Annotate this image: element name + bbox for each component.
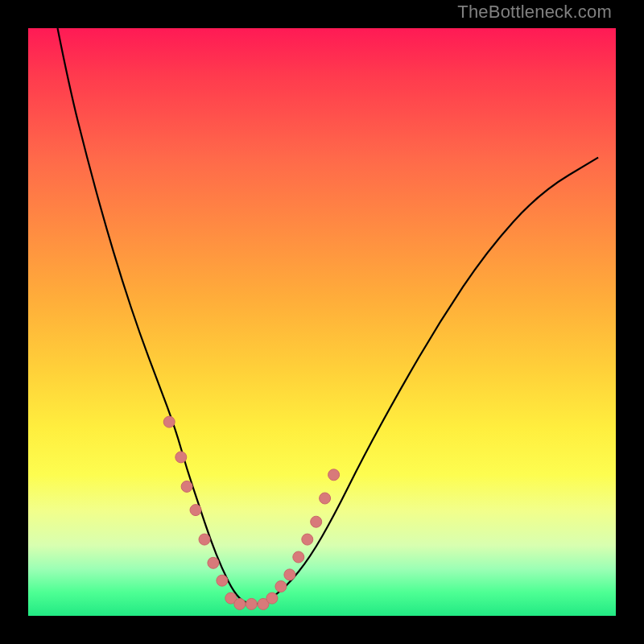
marker-point	[311, 516, 322, 527]
marker-point	[246, 598, 257, 609]
marker-point	[181, 481, 192, 492]
marker-point	[328, 469, 340, 481]
watermark-text: TheBottleneck.com	[457, 2, 612, 23]
marker-point	[266, 592, 278, 604]
marker-point	[302, 534, 313, 545]
marker-point	[208, 557, 219, 568]
curve-markers	[163, 416, 339, 609]
bottleneck-curve	[58, 28, 599, 604]
chart-frame: TheBottleneck.com	[0, 0, 644, 644]
marker-point	[175, 452, 187, 463]
marker-point	[234, 598, 246, 609]
plot-area	[28, 28, 616, 616]
marker-point	[199, 534, 210, 545]
chart-svg	[28, 28, 616, 616]
marker-point	[293, 551, 304, 563]
marker-point	[190, 505, 201, 516]
marker-point	[163, 416, 175, 427]
marker-point	[275, 581, 287, 592]
marker-point	[320, 493, 331, 504]
marker-point	[284, 569, 295, 580]
marker-point	[217, 575, 228, 586]
